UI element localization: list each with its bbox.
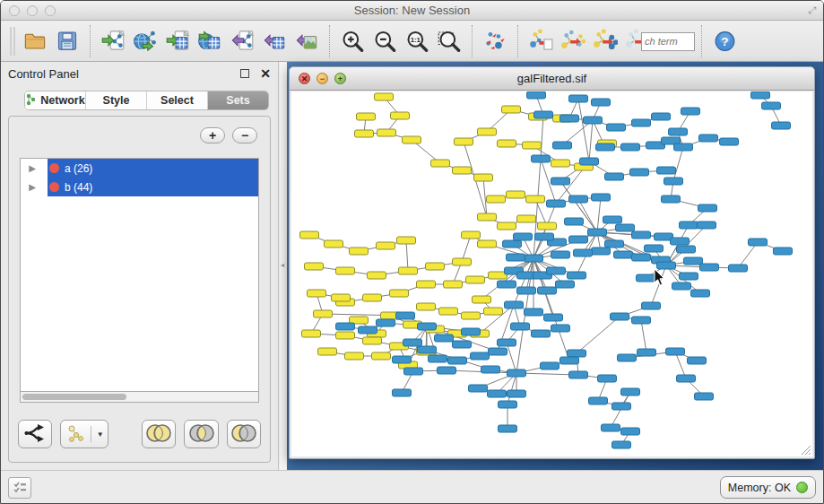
network-node[interactable]	[462, 312, 481, 319]
network-node[interactable]	[355, 130, 374, 137]
network-node[interactable]	[498, 339, 516, 346]
network-node[interactable]	[507, 254, 525, 261]
network-node[interactable]	[305, 263, 324, 270]
expand-arrow-icon[interactable]: ▶	[21, 163, 44, 173]
network-node[interactable]	[569, 196, 588, 203]
network-node[interactable]	[642, 302, 661, 309]
network-node[interactable]	[314, 310, 333, 317]
network-node[interactable]	[359, 326, 377, 334]
network-node[interactable]	[300, 231, 319, 239]
network-node[interactable]	[681, 108, 700, 115]
memory-status-button[interactable]: Memory: OK	[720, 476, 816, 499]
network-node[interactable]	[474, 174, 493, 181]
network-node[interactable]	[439, 308, 458, 315]
network-node[interactable]	[523, 142, 542, 149]
network-node[interactable]	[525, 255, 543, 262]
open-session-button[interactable]	[19, 25, 51, 57]
network-node[interactable]	[478, 128, 497, 135]
network-node[interactable]	[487, 196, 506, 203]
network-node[interactable]	[677, 246, 696, 253]
network-node[interactable]	[507, 390, 526, 397]
network-node[interactable]	[418, 323, 437, 330]
network-node[interactable]	[453, 258, 472, 265]
extract-set-button[interactable]	[18, 420, 52, 448]
network-node[interactable]	[621, 143, 640, 151]
network-node[interactable]	[417, 303, 436, 310]
network-node[interactable]	[621, 388, 640, 395]
horizontal-scrollbar[interactable]	[20, 392, 259, 403]
import-network-web-button[interactable]	[129, 25, 161, 57]
network-node[interactable]	[375, 93, 394, 100]
network-node[interactable]	[574, 249, 593, 256]
network-node[interactable]	[772, 122, 791, 129]
network-node[interactable]	[397, 237, 416, 244]
network-node[interactable]	[569, 95, 588, 102]
network-node[interactable]	[403, 136, 421, 143]
network-node[interactable]	[431, 160, 450, 167]
network-node[interactable]	[527, 91, 546, 99]
frame-maximize-icon[interactable]: +	[334, 73, 346, 84]
network-node[interactable]	[336, 323, 355, 330]
network-node[interactable]	[517, 215, 536, 222]
network-node[interactable]	[669, 128, 688, 135]
network-node[interactable]	[592, 99, 611, 106]
select-first-neighbors-button[interactable]	[557, 25, 589, 57]
network-node[interactable]	[498, 281, 516, 288]
network-node[interactable]	[541, 362, 559, 369]
network-node[interactable]	[503, 240, 522, 248]
zoom-one-to-one-button[interactable]: 1:1	[401, 25, 433, 57]
network-node[interactable]	[399, 267, 418, 274]
network-node[interactable]	[505, 301, 524, 308]
network-node[interactable]	[560, 115, 579, 122]
network-node[interactable]	[478, 213, 497, 221]
network-node[interactable]	[390, 290, 409, 297]
network-node[interactable]	[592, 194, 611, 201]
network-node[interactable]	[588, 229, 607, 236]
network-node[interactable]	[393, 356, 412, 363]
remove-set-button[interactable]: −	[232, 127, 257, 143]
frame-minimize-icon[interactable]: −	[317, 73, 328, 84]
zoom-out-button[interactable]	[369, 25, 401, 57]
network-node[interactable]	[481, 366, 500, 373]
network-node[interactable]	[345, 352, 364, 360]
network-node[interactable]	[688, 357, 707, 364]
network-node[interactable]	[774, 248, 793, 255]
set-row[interactable]: ▶a (26)	[21, 159, 258, 178]
network-node[interactable]	[645, 245, 664, 252]
network-node[interactable]	[484, 308, 503, 315]
network-node[interactable]	[598, 375, 617, 382]
network-node[interactable]	[592, 248, 611, 255]
import-table-file-button[interactable]	[161, 25, 194, 57]
network-node[interactable]	[662, 196, 681, 203]
network-node[interactable]	[453, 341, 472, 348]
network-node[interactable]	[532, 330, 551, 337]
splitter-collapse-icon[interactable]: ◂	[281, 261, 284, 269]
fullscreen-icon[interactable]: ⤢	[808, 4, 816, 16]
network-node[interactable]	[596, 143, 615, 151]
network-node[interactable]	[336, 267, 355, 274]
panel-splitter[interactable]: ◂	[280, 62, 287, 470]
network-node[interactable]	[377, 319, 395, 326]
network-node[interactable]	[616, 224, 635, 231]
network-node[interactable]	[565, 218, 584, 225]
network-node[interactable]	[664, 178, 683, 185]
network-node[interactable]	[438, 367, 456, 374]
network-node[interactable]	[652, 113, 671, 120]
network-node[interactable]	[517, 287, 536, 294]
network-node[interactable]	[403, 339, 422, 346]
network-node[interactable]	[680, 273, 698, 280]
network-node[interactable]	[498, 222, 516, 230]
network-node[interactable]	[396, 312, 415, 319]
network-node[interactable]	[511, 323, 530, 330]
new-network-from-selection-button[interactable]	[525, 25, 557, 57]
network-node[interactable]	[556, 281, 575, 288]
zoom-in-button[interactable]	[336, 25, 369, 57]
network-node[interactable]	[680, 222, 698, 229]
network-node[interactable]	[611, 313, 629, 320]
network-node[interactable]	[612, 403, 631, 410]
network-node[interactable]	[498, 140, 516, 147]
network-node[interactable]	[632, 317, 651, 324]
network-node[interactable]	[455, 138, 473, 145]
network-node[interactable]	[488, 390, 507, 397]
network-node[interactable]	[551, 325, 570, 332]
